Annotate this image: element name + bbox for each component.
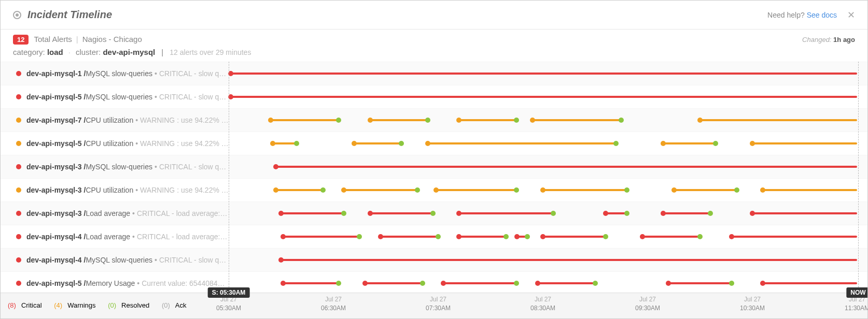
- segment-start-point: [514, 234, 520, 239]
- status-dot-icon: [16, 118, 21, 123]
- timeline-row[interactable]: dev-api-mysql-5 / MySQL slow-queries • C…: [1, 85, 867, 108]
- axis-tick: Jul 2709:30AM: [635, 295, 660, 313]
- timeline-segment[interactable]: [276, 189, 323, 191]
- timeline-segment[interactable]: [543, 236, 606, 238]
- timeline-segment[interactable]: [344, 189, 417, 191]
- timeline-row[interactable]: dev-api-mysql-4 / MySQL slow-queries • C…: [1, 248, 867, 271]
- timeline-segment[interactable]: [732, 236, 857, 238]
- status-dot-icon: [16, 141, 21, 146]
- status-dot-icon: [16, 71, 21, 76]
- timeline-segment[interactable]: [231, 96, 857, 98]
- segment-start-point: [750, 211, 755, 216]
- timeline-segment[interactable]: [752, 142, 857, 144]
- segment-start-point: [666, 281, 671, 286]
- timeline-segment[interactable]: [370, 212, 433, 214]
- timeline-segment[interactable]: [354, 142, 401, 144]
- timeline-row[interactable]: dev-api-mysql-3 / Load average • CRITICA…: [1, 201, 867, 225]
- timeline-segment[interactable]: [538, 282, 595, 284]
- timeline-segment[interactable]: [281, 212, 344, 214]
- timeline-segment[interactable]: [606, 212, 626, 214]
- segment-start-point: [281, 281, 286, 286]
- timeline-row[interactable]: dev-api-mysql-5 / Memory Usage • Current…: [1, 271, 867, 293]
- segment-start-point: [535, 281, 540, 286]
- timeline-row[interactable]: dev-api-mysql-5 / CPU utilization • WARN…: [1, 132, 867, 155]
- timeline-segment[interactable]: [700, 119, 857, 121]
- legend-critical: (8)Critical: [8, 301, 47, 309]
- timeline-row[interactable]: dev-api-mysql-3 / MySQL slow-queries • C…: [1, 155, 867, 178]
- row-message: CRITICAL - slow qu…: [159, 163, 229, 171]
- timeline-segment[interactable]: [543, 189, 627, 191]
- start-line: [229, 62, 229, 293]
- row-host: dev-api-mysql-5 /: [26, 279, 86, 287]
- row-lane: [229, 155, 857, 178]
- timeline-segment[interactable]: [763, 189, 857, 191]
- timeline-segment[interactable]: [273, 142, 297, 144]
- segment-start-point: [540, 234, 545, 239]
- segment-end-point: [624, 211, 629, 216]
- timeline-segment[interactable]: [668, 282, 731, 284]
- row-lane: [229, 249, 857, 271]
- category-value: load: [47, 48, 63, 56]
- segment-end-point: [603, 234, 608, 239]
- row-lane: [229, 132, 857, 155]
- row-label: dev-api-mysql-5 / Memory Usage • Current…: [1, 279, 229, 287]
- timeline-segment[interactable]: [752, 212, 857, 214]
- timeline-row[interactable]: dev-api-mysql-4 / Load average • CRITICA…: [1, 225, 867, 248]
- segment-end-point: [713, 141, 718, 146]
- timeline-segment[interactable]: [663, 142, 716, 144]
- timeline-segment[interactable]: [642, 236, 700, 238]
- source-label: Nagios - Chicago: [82, 35, 142, 44]
- segment-start-point: [441, 281, 446, 286]
- timeline-segment[interactable]: [459, 119, 516, 121]
- row-metric: MySQL slow-queries: [86, 69, 152, 78]
- segment-end-point: [341, 211, 346, 216]
- row-message: CRITICAL - load average: 3.…: [137, 233, 229, 241]
- timeline-segment[interactable]: [283, 282, 339, 284]
- timeline-row[interactable]: dev-api-mysql-7 / CPU utilization • WARN…: [1, 108, 867, 132]
- timeline-segment[interactable]: [283, 236, 359, 238]
- row-lane: [229, 225, 857, 248]
- timeline-segment[interactable]: [370, 119, 428, 121]
- timeline-segment[interactable]: [443, 282, 516, 284]
- changed-label: Changed: 1h ago: [802, 36, 855, 44]
- timeline-row[interactable]: dev-api-mysql-1 / MySQL slow-queries • C…: [1, 62, 867, 85]
- see-docs-link[interactable]: See docs: [807, 11, 837, 19]
- row-host: dev-api-mysql-4 /: [26, 256, 86, 264]
- close-icon[interactable]: ✕: [847, 9, 855, 21]
- timeline-segment[interactable]: [763, 282, 857, 284]
- row-lane: [229, 202, 857, 225]
- timeline-segment[interactable]: [276, 166, 857, 168]
- timeline-segment[interactable]: [365, 282, 423, 284]
- timeline-segment[interactable]: [281, 259, 857, 261]
- row-message: WARNING : use 94.22% id…: [140, 139, 229, 148]
- timeline-segment[interactable]: [231, 72, 857, 75]
- segment-end-point: [436, 234, 441, 239]
- timeline-row[interactable]: dev-api-mysql-3 / CPU utilization • WARN…: [1, 178, 867, 201]
- row-message: CRITICAL - load average: 3.…: [137, 209, 229, 218]
- segment-start-point: [273, 164, 278, 169]
- timeline-segment[interactable]: [533, 119, 622, 121]
- timeline-segment[interactable]: [517, 236, 527, 238]
- segment-end-point: [425, 118, 430, 123]
- timeline-segment[interactable]: [674, 189, 737, 191]
- timeline-segment[interactable]: [381, 236, 438, 238]
- axis-tick: Jul 2711:30AM: [845, 295, 868, 313]
- segment-end-point: [593, 281, 598, 286]
- row-metric: MySQL slow-queries: [86, 93, 152, 101]
- segment-start-point: [270, 141, 275, 146]
- row-message: CRITICAL - slow qu…: [159, 93, 229, 101]
- timeline-segment[interactable]: [663, 212, 710, 214]
- row-label: dev-api-mysql-3 / CPU utilization • WARN…: [1, 186, 229, 194]
- axis: (8)Critical (4)Warnings (0)Resolved (0)A…: [1, 293, 867, 318]
- timeline-rows: dev-api-mysql-1 / MySQL slow-queries • C…: [1, 62, 867, 293]
- segment-end-point: [430, 211, 436, 216]
- segment-end-point: [503, 234, 509, 239]
- legend: (8)Critical (4)Warnings (0)Resolved (0)A…: [8, 301, 197, 309]
- total-alerts-label: Total Alerts: [34, 35, 72, 44]
- timeline-segment[interactable]: [436, 189, 517, 191]
- timeline-segment[interactable]: [459, 212, 553, 214]
- timeline-segment[interactable]: [271, 119, 339, 121]
- segment-start-point: [697, 118, 703, 123]
- timeline-segment[interactable]: [428, 142, 617, 144]
- timeline-segment[interactable]: [459, 236, 506, 238]
